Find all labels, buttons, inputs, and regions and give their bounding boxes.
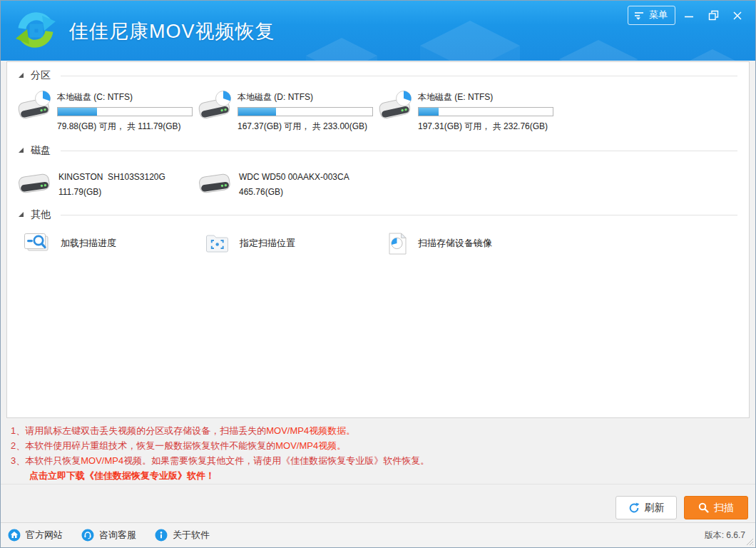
footer-link-label: 关于软件 xyxy=(173,529,210,542)
footer: 官方网站 咨询客服 关于软件 版本: 6.6.7 xyxy=(1,522,755,547)
section-divider xyxy=(61,151,737,151)
about-icon xyxy=(155,529,168,542)
section-title: 其他 xyxy=(31,208,51,221)
partition-name: 本地磁盘 (E: NTFS) xyxy=(418,91,553,103)
about-software-link[interactable]: 关于软件 xyxy=(155,529,210,542)
support-icon xyxy=(81,529,94,542)
section-title: 分区 xyxy=(31,69,51,82)
usage-bar xyxy=(237,107,373,116)
disk-capacity: 111.79(GB) xyxy=(58,187,165,197)
section-header-other[interactable]: 其他 xyxy=(17,207,737,223)
device-panel: 分区 本地磁盘 (C: NTFS) 79.88(GB) 可用， 共 1 xyxy=(6,61,750,418)
disk-name: WDC WD50 00AAKX-003CA xyxy=(239,172,349,182)
usage-bar-fill xyxy=(238,108,276,116)
expander-icon xyxy=(19,212,24,217)
partition-item-e[interactable]: 本地磁盘 (E: NTFS) 197.31(GB) 可用， 共 232.76(G… xyxy=(378,89,558,133)
partition-item-c[interactable]: 本地磁盘 (C: NTFS) 79.88(GB) 可用， 共 111.79(GB… xyxy=(17,89,198,133)
scan-device-image-icon xyxy=(388,232,407,255)
disk-item-wdc[interactable]: WDC WD50 00AAKX-003CA 465.76(GB) xyxy=(198,170,378,198)
scan-search-icon xyxy=(698,502,709,513)
download-pro-link[interactable]: 点击立即下载《佳佳数据恢复专业版》软件！ xyxy=(11,468,429,483)
expander-icon xyxy=(19,148,24,153)
section-divider xyxy=(61,215,737,215)
option-label: 指定扫描位置 xyxy=(240,237,295,250)
menu-icon xyxy=(634,11,645,20)
partition-name: 本地磁盘 (D: NTFS) xyxy=(237,91,373,103)
partition-capacity: 167.37(GB) 可用， 共 233.00(GB) xyxy=(237,121,373,133)
hard-disk-icon xyxy=(198,170,232,198)
customer-support-link[interactable]: 咨询客服 xyxy=(81,529,136,542)
refresh-button[interactable]: 刷新 xyxy=(615,496,677,519)
section-title: 磁盘 xyxy=(31,144,51,157)
partition-list: 本地磁盘 (C: NTFS) 79.88(GB) 可用， 共 111.79(GB… xyxy=(17,89,737,133)
usage-bar xyxy=(418,107,553,116)
note-line-1: 1、请用鼠标左键双击丢失视频的分区或存储设备，扫描丢失的MOV/MP4视频数据。 xyxy=(11,423,429,438)
option-label: 扫描存储设备镜像 xyxy=(418,237,492,250)
partition-disk-icon xyxy=(17,89,54,123)
maximize-icon xyxy=(708,10,719,21)
official-website-link[interactable]: 官方网站 xyxy=(8,529,63,542)
partition-capacity: 197.31(GB) 可用， 共 232.76(GB) xyxy=(418,121,553,133)
minimize-button[interactable] xyxy=(678,8,700,24)
disk-capacity: 465.76(GB) xyxy=(239,187,349,197)
scan-label: 扫描 xyxy=(714,502,734,514)
note-line-3: 3、本软件只恢复MOV/MP4视频。如果需要恢复其他文件，请使用《佳佳数据恢复专… xyxy=(11,453,429,468)
home-icon xyxy=(8,529,21,542)
disk-name: KINGSTON SH103S3120G xyxy=(58,172,165,182)
partition-disk-icon xyxy=(378,89,415,123)
refresh-icon xyxy=(628,502,640,514)
partition-capacity: 79.88(GB) 可用， 共 111.79(GB) xyxy=(57,121,193,133)
app-window: 佳佳尼康MOV视频恢复 菜单 xyxy=(0,0,756,548)
option-label: 加载扫描进度 xyxy=(61,237,116,250)
titlebar: 佳佳尼康MOV视频恢复 菜单 xyxy=(1,1,755,61)
scan-button[interactable]: 扫描 xyxy=(684,496,748,519)
section-divider xyxy=(61,76,737,76)
menu-label: 菜单 xyxy=(649,9,668,21)
load-scan-progress-icon xyxy=(23,230,50,257)
notes: 1、请用鼠标左键双击丢失视频的分区或存储设备，扫描丢失的MOV/MP4视频数据。… xyxy=(11,423,429,483)
section-header-partitions[interactable]: 分区 xyxy=(17,68,737,83)
divider xyxy=(1,484,755,484)
disk-item-kingston[interactable]: KINGSTON SH103S3120G 111.79(GB) xyxy=(17,170,198,198)
app-title: 佳佳尼康MOV视频恢复 xyxy=(69,19,275,44)
disk-list: KINGSTON SH103S3120G 111.79(GB) WDC WD50… xyxy=(17,170,737,198)
minimize-icon xyxy=(684,11,694,21)
other-options-list: 加载扫描进度 指定扫描位置 xyxy=(17,230,737,257)
note-line-2: 2、本软件使用碎片重组技术，恢复一般数据恢复软件不能恢复的MOV/MP4视频。 xyxy=(11,438,429,453)
hard-disk-icon xyxy=(17,170,51,198)
version-label: 版本: 6.6.7 xyxy=(705,529,745,542)
choose-scan-location-option[interactable]: 指定扫描位置 xyxy=(200,230,382,257)
partition-name: 本地磁盘 (C: NTFS) xyxy=(57,91,193,103)
partition-item-d[interactable]: 本地磁盘 (D: NTFS) 167.37(GB) 可用， 共 233.00(G… xyxy=(198,89,378,133)
partition-disk-icon xyxy=(198,89,235,123)
close-button[interactable] xyxy=(727,8,748,24)
menu-button[interactable]: 菜单 xyxy=(628,6,675,25)
app-logo-icon xyxy=(13,7,58,53)
usage-bar-fill xyxy=(58,108,97,116)
footer-link-label: 咨询客服 xyxy=(99,529,136,542)
usage-bar-fill xyxy=(419,108,439,116)
expander-icon xyxy=(19,73,24,78)
section-header-disks[interactable]: 磁盘 xyxy=(17,143,737,158)
choose-scan-location-icon xyxy=(205,233,229,253)
footer-link-label: 官方网站 xyxy=(26,529,63,542)
scan-device-image-option[interactable]: 扫描存储设备镜像 xyxy=(382,230,565,257)
resize-grip[interactable] xyxy=(745,537,754,546)
window-controls: 菜单 xyxy=(628,6,748,25)
usage-bar xyxy=(57,107,193,116)
close-icon xyxy=(732,11,742,21)
refresh-label: 刷新 xyxy=(645,502,665,514)
load-scan-progress-option[interactable]: 加载扫描进度 xyxy=(17,230,200,257)
maximize-button[interactable] xyxy=(703,8,724,24)
